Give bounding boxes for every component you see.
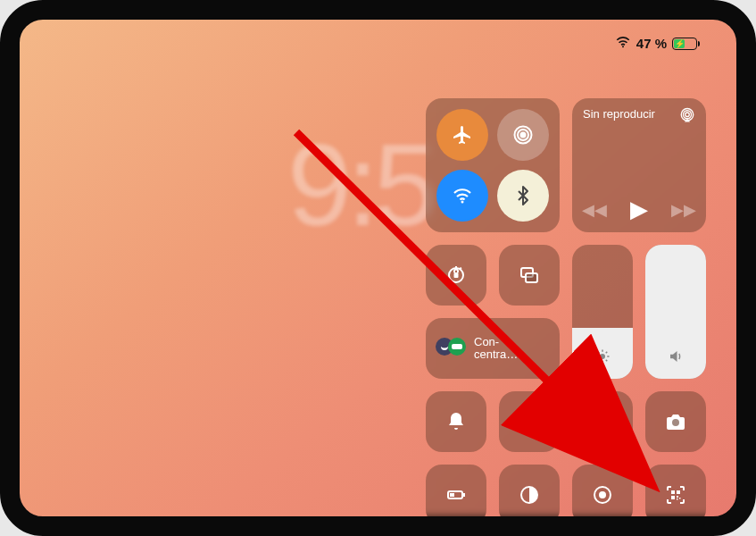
screen-mirroring-button[interactable]: [499, 245, 560, 306]
focus-label: Con- centra…: [474, 336, 518, 362]
low-power-mode-toggle[interactable]: [426, 465, 486, 525]
orientation-lock-toggle[interactable]: [426, 245, 486, 306]
svg-rect-27: [677, 490, 680, 494]
svg-point-4: [461, 201, 464, 204]
airplay-icon[interactable]: [679, 107, 695, 126]
notes-quick-button[interactable]: [572, 391, 633, 452]
ipad-frame: 47 % ⚡ 9:5: [0, 0, 756, 536]
lock-screen-clock: 9:5: [287, 118, 433, 252]
airplane-mode-toggle[interactable]: [436, 109, 488, 161]
svg-rect-22: [450, 493, 454, 497]
airdrop-toggle[interactable]: [497, 109, 549, 161]
svg-point-0: [622, 46, 624, 47]
svg-point-25: [599, 491, 606, 498]
previous-track-button[interactable]: ◀◀: [582, 200, 607, 220]
svg-rect-29: [677, 496, 678, 498]
connectivity-group: [426, 98, 560, 232]
svg-rect-21: [463, 493, 465, 497]
svg-rect-11: [526, 273, 537, 282]
svg-rect-15: [452, 344, 462, 349]
svg-rect-31: [677, 498, 678, 500]
svg-point-6: [684, 111, 692, 119]
qr-code-scanner-button[interactable]: [645, 465, 706, 525]
status-bar: 47 % ⚡: [615, 34, 697, 53]
brightness-icon: [572, 348, 633, 368]
bluetooth-toggle[interactable]: [497, 170, 549, 222]
svg-point-12: [600, 354, 605, 359]
volume-icon: [645, 348, 706, 368]
silent-mode-toggle[interactable]: [426, 391, 486, 452]
svg-rect-28: [671, 496, 675, 499]
svg-rect-9: [454, 272, 459, 278]
focus-mode-button[interactable]: Con- centra…: [426, 318, 560, 379]
camera-button[interactable]: [645, 391, 706, 452]
focus-icons-stack: [435, 337, 467, 360]
control-center: Sin reproducir ◀◀ ▶ ▶▶: [426, 98, 710, 525]
svg-point-5: [685, 113, 690, 117]
svg-point-19: [672, 419, 679, 426]
media-player-tile[interactable]: Sin reproducir ◀◀ ▶ ▶▶: [572, 98, 706, 232]
svg-rect-26: [671, 490, 675, 494]
battery-icon: ⚡: [672, 38, 697, 50]
svg-rect-30: [679, 498, 681, 499]
volume-slider[interactable]: [645, 245, 706, 379]
now-playing-label: Sin reproducir: [583, 107, 655, 126]
wifi-toggle[interactable]: [436, 170, 488, 222]
next-track-button[interactable]: ▶▶: [671, 200, 696, 220]
svg-point-1: [521, 133, 526, 138]
wifi-icon: [615, 34, 631, 53]
play-button[interactable]: ▶: [630, 196, 648, 223]
brightness-slider[interactable]: [572, 245, 633, 379]
battery-percent-label: 47 %: [636, 36, 667, 51]
screen-recording-button[interactable]: [572, 465, 633, 525]
timer-button[interactable]: [499, 391, 560, 452]
dark-mode-toggle[interactable]: [499, 465, 560, 525]
